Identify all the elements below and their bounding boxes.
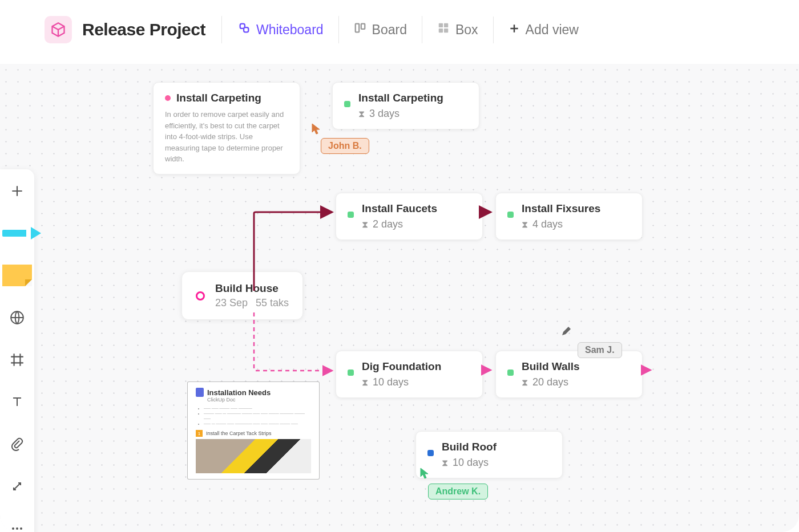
duration: 2 days	[373, 218, 403, 230]
hourglass-icon: ⧗	[522, 377, 528, 388]
plus-icon	[509, 22, 520, 38]
header: Release Project Whiteboard Board Box Add…	[0, 0, 799, 43]
user-tag-john: John B.	[321, 138, 369, 154]
svg-point-11	[20, 527, 22, 530]
task-card-install-carpeting[interactable]: Install Carpeting ⧗3 days	[332, 82, 479, 129]
task-card-install-fixsures[interactable]: Install Fixsures ⧗4 days	[495, 193, 643, 240]
box-icon	[437, 22, 450, 38]
svg-rect-3	[361, 24, 364, 29]
card-title: Install Faucets	[362, 202, 437, 215]
svg-rect-5	[444, 23, 448, 27]
duration: 3 days	[369, 108, 400, 120]
date: 23 Sep	[215, 297, 248, 308]
task-card-dig-foundation[interactable]: Dig Foundation ⧗10 days	[336, 351, 483, 398]
tab-box[interactable]: Box	[422, 16, 493, 43]
user-tag-sam: Sam J.	[578, 342, 622, 358]
card-title: Install Carpeting	[358, 92, 443, 104]
svg-point-10	[16, 527, 18, 530]
duration: 10 days	[453, 457, 489, 469]
tab-add-view[interactable]: Add view	[493, 17, 594, 43]
svg-rect-4	[439, 23, 443, 27]
hourglass-icon: ⧗	[362, 377, 368, 388]
status-dot-green	[344, 101, 350, 107]
hourglass-icon: ⧗	[442, 458, 448, 468]
svg-rect-2	[355, 24, 358, 33]
tool-add[interactable]	[0, 178, 34, 204]
connectors	[0, 64, 799, 532]
doc-step-label: Install the Carpet Tack Strips	[206, 431, 271, 436]
duration: 10 days	[373, 376, 409, 388]
cursor-andrew	[420, 468, 429, 481]
hourglass-icon: ⧗	[522, 220, 528, 230]
status-dot-pink	[165, 95, 171, 101]
doc-subtitle: ClickUp Doc	[207, 397, 311, 403]
whiteboard-toolbar	[0, 169, 34, 532]
tab-label: Whiteboard	[256, 22, 324, 38]
status-dot-green	[348, 369, 354, 376]
card-title: Install Carpeting	[176, 92, 261, 104]
card-title: Install Fixsures	[522, 202, 600, 215]
svg-rect-1	[244, 27, 248, 32]
tool-sticky-note[interactable]	[0, 263, 34, 288]
doc-icon	[196, 388, 204, 397]
svg-rect-7	[444, 29, 448, 33]
status-dot-green	[507, 369, 514, 376]
tool-attachment[interactable]	[0, 432, 34, 457]
status-dot-blue	[427, 450, 434, 456]
task-card-build-walls[interactable]: Build Walls ⧗20 days	[495, 351, 643, 398]
tool-connector[interactable]	[0, 474, 34, 499]
project-icon	[45, 16, 72, 43]
cursor-john	[312, 123, 321, 137]
tool-more[interactable]	[0, 516, 34, 532]
duration: 20 days	[532, 376, 568, 388]
task-card-build-roof[interactable]: Build Roof ⧗10 days	[415, 431, 563, 478]
tab-label: Add view	[526, 22, 579, 38]
card-title: Build House	[215, 282, 289, 295]
cursor-sam-pen	[560, 326, 572, 339]
note-card-install-carpeting[interactable]: Install Carpeting In order to remove car…	[153, 82, 300, 174]
tab-label: Board	[372, 22, 407, 38]
tab-whiteboard[interactable]: Whiteboard	[221, 16, 338, 43]
tool-frame[interactable]	[0, 347, 34, 372]
task-card-install-faucets[interactable]: Install Faucets ⧗2 days	[336, 193, 483, 240]
svg-point-9	[12, 527, 14, 530]
hourglass-icon: ⧗	[358, 109, 365, 119]
card-title: Build Roof	[442, 441, 497, 453]
note-body: In order to remove carpet easily and eff…	[165, 109, 288, 165]
parent-card-build-house[interactable]: Build House 23 Sep55 taks	[181, 271, 303, 320]
card-title: Build Walls	[522, 360, 580, 373]
whiteboard-icon	[238, 22, 251, 38]
view-tabs: Whiteboard Board Box Add view	[221, 16, 594, 43]
tool-web-embed[interactable]	[0, 305, 34, 330]
whiteboard-canvas[interactable]: Install Carpeting In order to remove car…	[0, 64, 799, 532]
doc-embed-card[interactable]: Installation Needs ClickUp Doc —— —— ———…	[188, 382, 319, 479]
duration: 4 days	[532, 218, 563, 230]
task-count: 55 taks	[256, 297, 289, 308]
doc-list: —— —— ——— —— ———— ——— —— — ———— ——— —— —…	[204, 406, 311, 427]
status-dot-green	[507, 212, 514, 218]
doc-step-number: 1	[196, 430, 203, 437]
board-icon	[354, 22, 366, 38]
user-tag-andrew: Andrew K.	[428, 484, 488, 499]
tool-text[interactable]	[0, 389, 34, 415]
hourglass-icon: ⧗	[362, 220, 368, 230]
card-title: Dig Foundation	[362, 360, 441, 373]
tab-board[interactable]: Board	[338, 16, 422, 43]
svg-rect-6	[439, 29, 443, 33]
doc-image-preview	[196, 439, 311, 473]
project-title: Release Project	[82, 20, 205, 39]
tool-pen[interactable]	[0, 221, 34, 246]
status-dot-green	[348, 212, 354, 218]
doc-title-text: Installation Needs	[207, 388, 271, 397]
status-ring-icon	[196, 291, 205, 300]
tab-label: Box	[455, 22, 478, 38]
